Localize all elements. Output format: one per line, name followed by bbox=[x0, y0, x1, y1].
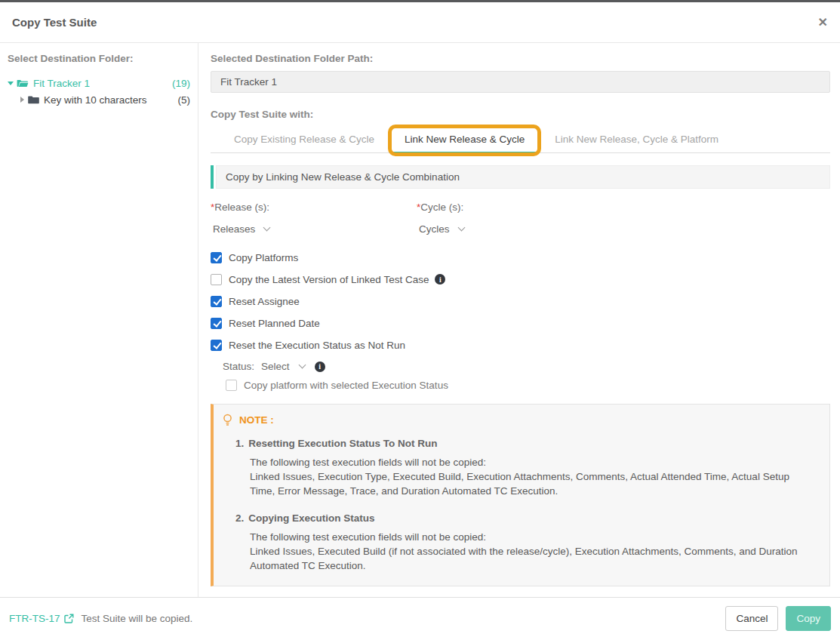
cycle-field: *Cycle (s): Cycles bbox=[417, 202, 623, 235]
copy-button[interactable]: Copy bbox=[786, 606, 831, 631]
open-folder-icon bbox=[17, 78, 29, 88]
dialog-footer: FTR-TS-17 Test Suite will be copied. Can… bbox=[0, 597, 840, 639]
status-label: Status: bbox=[223, 361, 254, 372]
folder-name[interactable]: Key with 10 characters bbox=[44, 94, 147, 106]
note-item-heading: Copying Execution Status bbox=[248, 512, 374, 524]
chevron-down-icon[interactable] bbox=[298, 362, 306, 369]
external-link-icon[interactable] bbox=[64, 614, 74, 623]
note-item: 2. Copying Execution Status The followin… bbox=[223, 512, 817, 573]
note-item-body: The following test execution fields will… bbox=[235, 530, 813, 573]
test-suite-key-link[interactable]: FTR-TS-17 bbox=[9, 613, 60, 624]
section-title: Copy by Linking New Release & Cycle Comb… bbox=[216, 165, 830, 189]
copy-mode-tabs: Copy Existing Release & Cycle Link New R… bbox=[211, 128, 830, 153]
tree-row-fit-tracker[interactable]: Fit Tracker 1 (19) bbox=[8, 75, 190, 91]
note-item-body: The following test execution fields will… bbox=[235, 455, 813, 498]
note-item-heading: Resetting Execution Status To Not Run bbox=[248, 438, 437, 449]
note-title: NOTE : bbox=[239, 414, 274, 426]
closed-folder-icon bbox=[28, 95, 39, 104]
tab-link-new-release-cycle[interactable]: Link New Release & Cycle bbox=[393, 128, 536, 153]
checkbox-label: Reset Planned Date bbox=[229, 318, 320, 329]
copy-with-label: Copy Test Suite with: bbox=[211, 109, 830, 120]
note-item-number: 1. bbox=[235, 438, 244, 449]
reset-assignee-checkbox[interactable] bbox=[211, 296, 222, 307]
copy-platform-with-status-row: Copy platform with selected Execution St… bbox=[226, 379, 830, 391]
releases-dropdown-value: Releases bbox=[213, 223, 255, 235]
info-icon[interactable]: i bbox=[315, 362, 325, 372]
info-icon[interactable]: i bbox=[435, 274, 445, 285]
reset-planned-date-row: Reset Planned Date bbox=[211, 317, 830, 329]
status-select-row: Status: Select i bbox=[223, 361, 830, 372]
folder-count: (19) bbox=[172, 78, 190, 89]
cycles-dropdown[interactable]: Cycles bbox=[417, 223, 464, 235]
note-item: 1. Resetting Execution Status To Not Run… bbox=[223, 438, 817, 498]
cycles-dropdown-value: Cycles bbox=[419, 223, 450, 235]
section-accent-bar bbox=[211, 165, 214, 189]
reset-execution-status-checkbox[interactable] bbox=[211, 340, 222, 351]
cancel-button[interactable]: Cancel bbox=[725, 606, 778, 631]
note-item-number: 2. bbox=[235, 512, 244, 524]
checkbox-label: Copy Platforms bbox=[229, 252, 298, 263]
releases-dropdown[interactable]: Releases bbox=[211, 223, 269, 235]
tree-row-key-folder[interactable]: Key with 10 characters (5) bbox=[8, 91, 190, 108]
folder-tree: Fit Tracker 1 (19) Key with 10 character… bbox=[8, 75, 190, 108]
copy-platforms-row: Copy Platforms bbox=[211, 251, 830, 263]
option-checkboxes: Copy Platforms Copy the Latest Version o… bbox=[211, 251, 830, 391]
caret-down-icon[interactable] bbox=[8, 82, 14, 85]
destination-folder-sidebar: Select Destination Folder: Fit Tracker 1… bbox=[0, 43, 198, 597]
chevron-down-icon bbox=[457, 224, 465, 232]
cycle-label: *Cycle (s): bbox=[417, 202, 623, 213]
release-cycle-fields: *Release (s): Releases *Cycle (s): Cycle… bbox=[211, 202, 830, 235]
destination-folder-label: Select Destination Folder: bbox=[8, 53, 190, 64]
dialog-title: Copy Test Suite bbox=[12, 16, 97, 29]
note-panel: NOTE : 1. Resetting Execution Status To … bbox=[211, 404, 830, 586]
section-header: Copy by Linking New Release & Cycle Comb… bbox=[211, 165, 830, 189]
checkbox-label: Copy platform with selected Execution St… bbox=[244, 380, 448, 391]
folder-name[interactable]: Fit Tracker 1 bbox=[33, 78, 90, 89]
path-label: Selected Destination Folder Path: bbox=[211, 53, 830, 64]
checkbox-label: Reset Assignee bbox=[229, 296, 300, 307]
folder-count: (5) bbox=[178, 94, 191, 106]
close-icon[interactable]: ✕ bbox=[818, 17, 828, 29]
release-field: *Release (s): Releases bbox=[211, 202, 417, 235]
reset-assignee-row: Reset Assignee bbox=[211, 295, 830, 307]
copy-latest-version-checkbox[interactable] bbox=[211, 274, 222, 285]
footer-message: Test Suite will be copied. bbox=[82, 613, 193, 624]
lightbulb-icon bbox=[223, 414, 232, 426]
tab-copy-existing-release-cycle[interactable]: Copy Existing Release & Cycle bbox=[223, 128, 386, 152]
copy-platforms-checkbox[interactable] bbox=[211, 252, 222, 263]
note-header: NOTE : bbox=[223, 414, 817, 426]
caret-right-icon[interactable] bbox=[20, 97, 24, 103]
reset-planned-date-checkbox[interactable] bbox=[211, 318, 222, 329]
release-label: *Release (s): bbox=[211, 202, 417, 213]
checkbox-label: Copy the Latest Version of Linked Test C… bbox=[229, 274, 429, 285]
dialog-header: Copy Test Suite ✕ bbox=[0, 2, 840, 43]
copy-platform-with-status-checkbox[interactable] bbox=[226, 380, 237, 391]
tab-link-new-release-cycle-platform[interactable]: Link New Release, Cycle & Platform bbox=[543, 128, 730, 152]
checkbox-label: Reset the Execution Status as Not Run bbox=[229, 340, 405, 351]
chevron-down-icon bbox=[263, 224, 271, 232]
dialog-main: Selected Destination Folder Path: Fit Tr… bbox=[198, 43, 840, 597]
reset-execution-status-row: Reset the Execution Status as Not Run bbox=[211, 339, 830, 351]
destination-path-field[interactable]: Fit Tracker 1 bbox=[211, 71, 830, 93]
copy-test-suite-dialog: Copy Test Suite ✕ Select Destination Fol… bbox=[0, 0, 840, 640]
status-dropdown[interactable]: Select bbox=[261, 361, 290, 372]
copy-latest-version-row: Copy the Latest Version of Linked Test C… bbox=[211, 273, 830, 285]
